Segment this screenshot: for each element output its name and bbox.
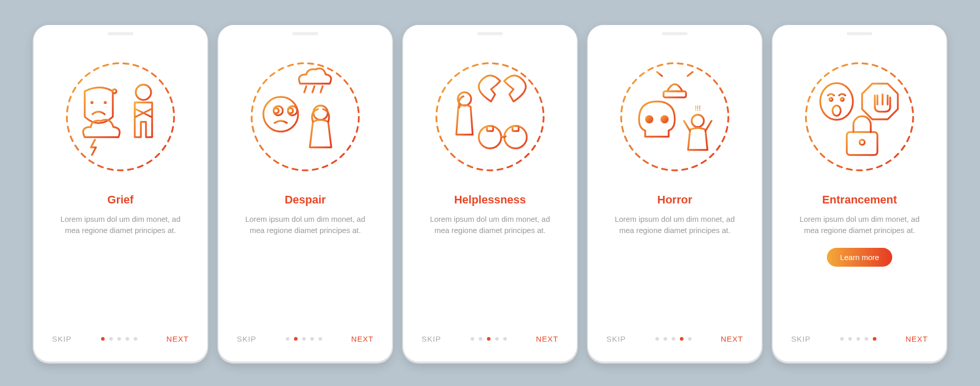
svg-point-2 — [104, 101, 107, 104]
svg-point-0 — [67, 63, 174, 170]
helplessness-icon — [429, 56, 551, 178]
phone-speaker — [477, 32, 503, 35]
phone-screen-4: EntrancementLorem ipsum dol um dim monet… — [773, 25, 946, 362]
page-indicator — [840, 337, 876, 341]
page-dot[interactable] — [101, 337, 105, 341]
entrancement-icon — [798, 56, 921, 178]
entrancement-icon — [798, 56, 921, 178]
page-dot[interactable] — [286, 337, 289, 341]
screen-description: Lorem ipsum dol um dim monet, ad mea reg… — [603, 214, 746, 237]
helplessness-icon — [429, 56, 551, 178]
horror-icon: !!! — [614, 56, 736, 178]
grief-icon — [59, 56, 182, 178]
next-button[interactable]: NEXT — [166, 334, 189, 343]
svg-line-20 — [688, 72, 693, 76]
next-button[interactable]: NEXT — [905, 334, 928, 343]
phone-speaker — [847, 32, 872, 35]
svg-point-10 — [313, 106, 328, 120]
skip-button[interactable]: SKIP — [422, 334, 441, 343]
despair-icon — [244, 56, 366, 178]
page-dot[interactable] — [479, 337, 482, 341]
page-dot[interactable] — [865, 337, 868, 341]
screen-description: Lorem ipsum dol um dim monet, ad mea reg… — [49, 214, 192, 237]
page-indicator — [655, 337, 692, 341]
page-dot[interactable] — [680, 337, 683, 341]
screen-description: Lorem ipsum dol um dim monet, ad mea reg… — [419, 214, 561, 237]
svg-point-1 — [90, 101, 93, 104]
svg-rect-18 — [664, 91, 686, 97]
page-dot[interactable] — [302, 337, 306, 341]
page-dot[interactable] — [688, 337, 692, 341]
onboarding-footer: SKIPNEXT — [419, 334, 561, 346]
svg-point-22 — [645, 115, 653, 123]
page-dot[interactable] — [848, 337, 852, 341]
page-dot[interactable] — [873, 337, 876, 341]
svg-point-13 — [479, 126, 501, 148]
screen-description: Lorem ipsum dol um dim monet, ad mea reg… — [788, 214, 931, 237]
page-dot[interactable] — [310, 337, 314, 341]
phone-screen-3: !!! HorrorLorem ipsum dol um dim monet, … — [588, 25, 762, 362]
phone-screen-0: GriefLorem ipsum dol um dim monet, ad me… — [34, 25, 207, 362]
svg-point-27 — [692, 115, 704, 127]
page-dot[interactable] — [109, 337, 113, 341]
page-dot[interactable] — [294, 337, 298, 341]
learn-more-button[interactable]: Learn more — [827, 248, 893, 267]
svg-point-4 — [136, 85, 151, 100]
skip-button[interactable]: SKIP — [606, 334, 626, 343]
svg-point-23 — [660, 115, 669, 123]
skip-button[interactable]: SKIP — [237, 334, 256, 343]
onboarding-footer: SKIPNEXT — [788, 334, 931, 346]
page-dot[interactable] — [664, 337, 667, 341]
horror-icon: !!! — [614, 56, 736, 178]
next-button[interactable]: NEXT — [536, 334, 558, 343]
page-indicator — [286, 337, 322, 341]
svg-point-14 — [504, 126, 527, 148]
page-dot[interactable] — [117, 337, 121, 341]
svg-point-32 — [841, 98, 844, 101]
despair-icon — [244, 56, 366, 178]
svg-point-11 — [436, 63, 544, 170]
svg-point-33 — [832, 106, 841, 116]
page-dot[interactable] — [495, 337, 499, 341]
page-indicator — [471, 337, 507, 341]
page-dot[interactable] — [856, 337, 860, 341]
page-dot[interactable] — [318, 337, 322, 341]
page-dot[interactable] — [134, 337, 137, 341]
onboarding-footer: SKIPNEXT — [49, 334, 192, 346]
screen-title: Despair — [285, 193, 326, 207]
page-indicator — [101, 337, 137, 341]
page-dot[interactable] — [672, 337, 675, 341]
svg-text:!!!: !!! — [695, 104, 701, 112]
page-dot[interactable] — [503, 337, 507, 341]
screen-title: Horror — [657, 193, 692, 207]
skip-button[interactable]: SKIP — [791, 334, 811, 343]
phone-speaker — [662, 32, 688, 35]
svg-point-3 — [112, 89, 116, 93]
svg-point-31 — [829, 98, 832, 101]
svg-rect-34 — [847, 132, 877, 155]
svg-line-6 — [304, 86, 306, 92]
screen-description: Lorem ipsum dol um dim monet, ad mea reg… — [234, 214, 377, 237]
svg-line-19 — [657, 72, 662, 76]
screen-title: Entrancement — [822, 193, 897, 207]
page-dot[interactable] — [840, 337, 844, 341]
svg-line-8 — [321, 86, 323, 92]
next-button[interactable]: NEXT — [351, 334, 374, 343]
onboarding-footer: SKIPNEXT — [234, 334, 377, 346]
grief-icon — [59, 56, 182, 178]
phone-screen-1: DespairLorem ipsum dol um dim monet, ad … — [218, 25, 392, 362]
next-button[interactable]: NEXT — [721, 334, 743, 343]
page-dot[interactable] — [487, 337, 491, 341]
phone-speaker — [108, 32, 133, 35]
onboarding-footer: SKIPNEXT — [603, 334, 746, 346]
svg-point-30 — [820, 83, 853, 120]
svg-rect-15 — [487, 126, 493, 131]
page-dot[interactable] — [471, 337, 474, 341]
page-dot[interactable] — [126, 337, 129, 341]
screen-title: Helplessness — [454, 193, 526, 207]
phone-speaker — [292, 32, 318, 35]
svg-point-5 — [252, 63, 359, 170]
page-dot[interactable] — [655, 337, 659, 341]
skip-button[interactable]: SKIP — [52, 334, 71, 343]
svg-line-7 — [312, 86, 314, 92]
